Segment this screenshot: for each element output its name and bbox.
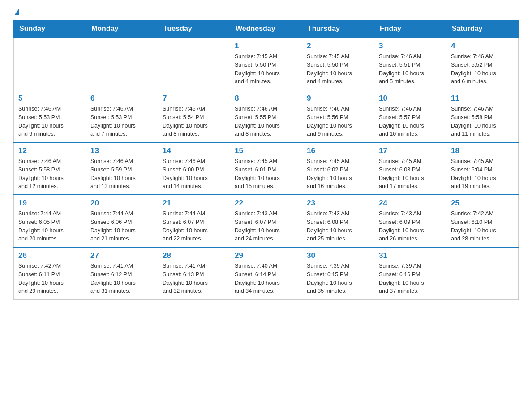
day-number: 18 [451, 146, 514, 155]
day-number: 11 [451, 94, 514, 103]
day-info: Sunrise: 7:46 AM Sunset: 5:58 PM Dayligh… [451, 105, 514, 138]
week-row-1: 1Sunrise: 7:45 AM Sunset: 5:50 PM Daylig… [14, 38, 519, 90]
day-cell: 26Sunrise: 7:42 AM Sunset: 6:11 PM Dayli… [14, 247, 86, 300]
header-row: SundayMondayTuesdayWednesdayThursdayFrid… [14, 20, 519, 38]
day-cell: 19Sunrise: 7:44 AM Sunset: 6:05 PM Dayli… [14, 195, 86, 247]
day-number: 23 [307, 199, 369, 208]
day-cell: 15Sunrise: 7:45 AM Sunset: 6:01 PM Dayli… [230, 142, 302, 195]
day-info: Sunrise: 7:44 AM Sunset: 6:06 PM Dayligh… [90, 210, 153, 243]
day-cell: 9Sunrise: 7:46 AM Sunset: 5:56 PM Daylig… [302, 90, 374, 142]
day-cell: 23Sunrise: 7:43 AM Sunset: 6:08 PM Dayli… [302, 195, 374, 247]
day-cell [446, 247, 519, 300]
day-number: 4 [451, 42, 514, 51]
day-cell: 12Sunrise: 7:46 AM Sunset: 5:58 PM Dayli… [14, 142, 86, 195]
day-cell: 21Sunrise: 7:44 AM Sunset: 6:07 PM Dayli… [158, 195, 230, 247]
day-number: 8 [235, 94, 297, 103]
day-info: Sunrise: 7:39 AM Sunset: 6:16 PM Dayligh… [379, 262, 442, 295]
day-number: 20 [90, 199, 153, 208]
day-info: Sunrise: 7:45 AM Sunset: 6:01 PM Dayligh… [235, 157, 297, 191]
day-info: Sunrise: 7:43 AM Sunset: 6:08 PM Dayligh… [307, 210, 369, 243]
day-number: 14 [163, 146, 225, 155]
day-info: Sunrise: 7:46 AM Sunset: 5:55 PM Dayligh… [235, 105, 297, 138]
column-header-friday: Friday [374, 20, 446, 38]
day-cell: 6Sunrise: 7:46 AM Sunset: 5:53 PM Daylig… [86, 90, 158, 142]
calendar-header: SundayMondayTuesdayWednesdayThursdayFrid… [14, 20, 519, 38]
day-number: 16 [307, 146, 369, 155]
day-cell: 28Sunrise: 7:41 AM Sunset: 6:13 PM Dayli… [158, 247, 230, 300]
day-info: Sunrise: 7:45 AM Sunset: 6:02 PM Dayligh… [307, 157, 369, 191]
day-info: Sunrise: 7:46 AM Sunset: 5:57 PM Dayligh… [379, 105, 442, 138]
day-cell: 20Sunrise: 7:44 AM Sunset: 6:06 PM Dayli… [86, 195, 158, 247]
day-number: 31 [379, 251, 442, 260]
day-info: Sunrise: 7:46 AM Sunset: 5:51 PM Dayligh… [379, 52, 442, 86]
column-header-monday: Monday [86, 20, 158, 38]
day-info: Sunrise: 7:46 AM Sunset: 6:00 PM Dayligh… [163, 157, 225, 191]
day-number: 30 [307, 251, 369, 260]
day-info: Sunrise: 7:45 AM Sunset: 5:50 PM Dayligh… [235, 52, 297, 86]
day-info: Sunrise: 7:39 AM Sunset: 6:15 PM Dayligh… [307, 262, 369, 295]
day-cell: 14Sunrise: 7:46 AM Sunset: 6:00 PM Dayli… [158, 142, 230, 195]
day-number: 29 [235, 251, 297, 260]
day-cell [86, 38, 158, 90]
day-number: 24 [379, 199, 442, 208]
day-cell [158, 38, 230, 90]
day-number: 17 [379, 146, 442, 155]
day-number: 6 [90, 94, 153, 103]
day-number: 25 [451, 199, 514, 208]
day-cell: 10Sunrise: 7:46 AM Sunset: 5:57 PM Dayli… [374, 90, 446, 142]
day-cell: 25Sunrise: 7:42 AM Sunset: 6:10 PM Dayli… [446, 195, 519, 247]
day-cell: 17Sunrise: 7:45 AM Sunset: 6:03 PM Dayli… [374, 142, 446, 195]
day-cell: 31Sunrise: 7:39 AM Sunset: 6:16 PM Dayli… [374, 247, 446, 300]
day-cell: 3Sunrise: 7:46 AM Sunset: 5:51 PM Daylig… [374, 38, 446, 90]
day-info: Sunrise: 7:45 AM Sunset: 6:03 PM Dayligh… [379, 157, 442, 191]
day-cell: 16Sunrise: 7:45 AM Sunset: 6:02 PM Dayli… [302, 142, 374, 195]
day-number: 27 [90, 251, 153, 260]
day-info: Sunrise: 7:46 AM Sunset: 5:53 PM Dayligh… [18, 105, 81, 138]
day-number: 9 [307, 94, 369, 103]
day-cell: 7Sunrise: 7:46 AM Sunset: 5:54 PM Daylig… [158, 90, 230, 142]
day-number: 1 [235, 42, 297, 51]
day-cell: 13Sunrise: 7:46 AM Sunset: 5:59 PM Dayli… [86, 142, 158, 195]
calendar-body: 1Sunrise: 7:45 AM Sunset: 5:50 PM Daylig… [14, 38, 519, 300]
day-info: Sunrise: 7:44 AM Sunset: 6:05 PM Dayligh… [18, 210, 81, 243]
day-number: 12 [18, 146, 81, 155]
day-cell: 8Sunrise: 7:46 AM Sunset: 5:55 PM Daylig… [230, 90, 302, 142]
column-header-sunday: Sunday [14, 20, 86, 38]
day-info: Sunrise: 7:43 AM Sunset: 6:09 PM Dayligh… [379, 210, 442, 243]
day-cell: 1Sunrise: 7:45 AM Sunset: 5:50 PM Daylig… [230, 38, 302, 90]
calendar-table: SundayMondayTuesdayWednesdayThursdayFrid… [13, 20, 519, 300]
week-row-3: 12Sunrise: 7:46 AM Sunset: 5:58 PM Dayli… [14, 142, 519, 195]
day-cell [14, 38, 86, 90]
column-header-thursday: Thursday [302, 20, 374, 38]
day-info: Sunrise: 7:45 AM Sunset: 5:50 PM Dayligh… [307, 52, 369, 86]
day-cell: 2Sunrise: 7:45 AM Sunset: 5:50 PM Daylig… [302, 38, 374, 90]
day-cell: 11Sunrise: 7:46 AM Sunset: 5:58 PM Dayli… [446, 90, 519, 142]
day-number: 26 [18, 251, 81, 260]
week-row-5: 26Sunrise: 7:42 AM Sunset: 6:11 PM Dayli… [14, 247, 519, 300]
day-cell: 22Sunrise: 7:43 AM Sunset: 6:07 PM Dayli… [230, 195, 302, 247]
day-info: Sunrise: 7:44 AM Sunset: 6:07 PM Dayligh… [163, 210, 225, 243]
day-number: 13 [90, 146, 153, 155]
day-cell: 27Sunrise: 7:41 AM Sunset: 6:12 PM Dayli… [86, 247, 158, 300]
day-cell: 30Sunrise: 7:39 AM Sunset: 6:15 PM Dayli… [302, 247, 374, 300]
day-cell: 24Sunrise: 7:43 AM Sunset: 6:09 PM Dayli… [374, 195, 446, 247]
column-header-wednesday: Wednesday [230, 20, 302, 38]
day-info: Sunrise: 7:40 AM Sunset: 6:14 PM Dayligh… [235, 262, 297, 295]
day-info: Sunrise: 7:46 AM Sunset: 5:58 PM Dayligh… [18, 157, 81, 191]
day-number: 10 [379, 94, 442, 103]
column-header-saturday: Saturday [446, 20, 519, 38]
day-info: Sunrise: 7:46 AM Sunset: 5:56 PM Dayligh… [307, 105, 369, 138]
day-info: Sunrise: 7:43 AM Sunset: 6:07 PM Dayligh… [235, 210, 297, 243]
day-number: 15 [235, 146, 297, 155]
day-info: Sunrise: 7:41 AM Sunset: 6:13 PM Dayligh… [163, 262, 225, 295]
day-number: 3 [379, 42, 442, 51]
day-number: 28 [163, 251, 225, 260]
day-cell: 4Sunrise: 7:46 AM Sunset: 5:52 PM Daylig… [446, 38, 519, 90]
logo-triangle-icon [14, 9, 19, 15]
day-info: Sunrise: 7:46 AM Sunset: 5:54 PM Dayligh… [163, 105, 225, 138]
day-number: 19 [18, 199, 81, 208]
day-cell: 5Sunrise: 7:46 AM Sunset: 5:53 PM Daylig… [14, 90, 86, 142]
day-info: Sunrise: 7:46 AM Sunset: 5:53 PM Dayligh… [90, 105, 153, 138]
day-info: Sunrise: 7:46 AM Sunset: 5:52 PM Dayligh… [451, 52, 514, 86]
day-info: Sunrise: 7:42 AM Sunset: 6:10 PM Dayligh… [451, 210, 514, 243]
